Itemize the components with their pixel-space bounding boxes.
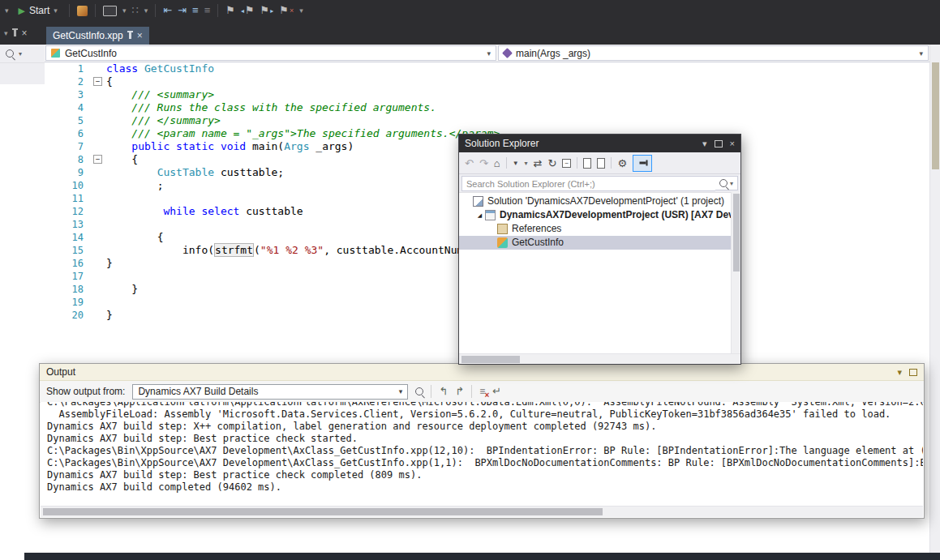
output-source-dropdown[interactable]: Dynamics AX7 Build Details ▾ [132,384,408,400]
output-log-area[interactable]: C:\Packages\ApplicationPlatform\Applicat… [41,402,923,507]
fold-margin [91,205,106,218]
maximize-icon[interactable] [715,140,723,147]
toolbar-separator [611,157,612,169]
sync-with-active-document-icon[interactable]: ⇄ [534,158,543,169]
panel-close-icon[interactable]: × [22,28,28,39]
editor-vertical-scrollbar[interactable] [929,45,940,553]
tree-item-solution[interactable]: Solution 'DynamicsAX7DevelopmentProject'… [459,195,731,208]
output-line: C:\Packages\Bin\XppSource\AX7 Developmen… [47,445,923,457]
comment-icon[interactable]: ≡ [192,5,199,16]
filter-caret-icon[interactable]: ▾ [525,160,528,167]
method-icon [502,48,513,58]
chevron-down-icon[interactable]: ▾ [919,49,923,58]
fold-margin [91,166,106,179]
properties-icon[interactable]: ⚙ [617,158,627,169]
code-text: { [106,75,113,88]
output-lines: C:\Packages\ApplicationPlatform\Applicat… [41,402,923,494]
expander-icon[interactable]: ◢ [474,208,485,222]
navigate-forward-icon[interactable]: ↷ [479,158,488,169]
scrollbar-thumb[interactable] [461,356,520,363]
tab-close-icon[interactable]: × [137,30,143,41]
fold-collapse-icon[interactable]: − [93,155,102,164]
project-icon [485,210,496,220]
tree-item-class[interactable]: GetCustInfo [459,236,731,250]
previous-message-icon[interactable]: ↰ [439,386,448,397]
code-line[interactable]: 1class GetCustInfo [45,62,929,75]
scrollbar-thumb[interactable] [43,508,603,515]
home-icon[interactable]: ⌂ [494,158,500,169]
output-window: Output ▾ Show output from: Dynamics AX7 … [39,363,925,519]
tab-pin-icon[interactable] [129,32,131,39]
panel-menu-caret-icon[interactable]: ▾ [4,29,8,37]
outdent-icon[interactable]: ⇤ [163,5,172,16]
tree-item-project[interactable]: ◢DynamicsAX7DevelopmentProject (USR) [AX… [459,208,731,222]
search-button[interactable]: ▾ [715,176,738,190]
pin-button[interactable] [633,155,652,172]
show-all-files-icon[interactable] [583,158,591,169]
bookmark-icon: ⚑ [245,5,255,16]
debug-target-caret-icon[interactable]: ▾ [122,6,127,15]
find-message-icon[interactable] [415,387,423,395]
solution-explorer-search: ▾ [459,174,740,193]
indent-icon[interactable]: ⇥ [178,5,187,16]
chevron-down-icon[interactable]: ▾ [399,387,403,395]
fold-collapse-icon[interactable]: − [93,77,102,86]
preview-selected-items-icon[interactable] [597,158,605,169]
line-number: 4 [45,101,91,114]
debug-target-icon[interactable] [103,6,117,16]
solution-explorer-vertical-scrollbar[interactable] [731,192,740,353]
solution-explorer-horizontal-scrollbar[interactable] [459,353,740,364]
code-line[interactable]: 4 /// Runs the class with the specified … [45,101,929,114]
left-panel-search[interactable]: ▾ [0,45,45,63]
toolbar-options-caret-icon[interactable]: ▾ [299,6,303,15]
tab-getcustinfo-xpp[interactable]: GetCustInfo.xpp × [46,27,149,45]
chevron-down-icon[interactable]: ▾ [19,50,22,58]
collapse-all-icon[interactable]: − [562,159,571,168]
toolbar-separator [431,385,431,398]
processes-icon[interactable]: ∷ [131,5,138,16]
fold-margin [91,283,106,296]
class-icon [51,49,60,58]
type-dropdown[interactable]: GetCustInfo ▾ [45,45,496,61]
fold-margin [91,244,106,257]
previous-bookmark-button[interactable]: ◂ ⚑ [241,5,255,16]
start-dropdown-caret-icon[interactable]: ▾ [54,6,58,15]
toggle-bookmark-icon[interactable]: ⚑ [225,5,235,16]
output-horizontal-scrollbar[interactable] [41,506,923,517]
code-line[interactable]: 3 /// <summary> [45,88,929,101]
refresh-icon[interactable]: ↻ [548,158,557,169]
window-position-caret-icon[interactable]: ▾ [702,139,707,149]
code-line[interactable]: 2−{ [45,75,929,88]
next-message-icon[interactable]: ↱ [455,386,464,397]
attach-to-process-icon[interactable] [77,6,88,16]
node-label: DynamicsAX7DevelopmentProject (USR) [AX7… [500,208,731,222]
clear-bookmarks-button[interactable]: ⚑ × [279,5,294,16]
close-icon[interactable]: × [730,139,735,148]
start-debug-button[interactable]: ▶ Start ▾ [15,3,62,18]
scrollbar-thumb[interactable] [733,194,740,271]
filter-icon[interactable]: ▼ [513,158,519,169]
output-titlebar[interactable]: Output ▾ [40,364,924,381]
tree-item-references[interactable]: References [459,222,731,236]
window-position-caret-icon[interactable]: ▾ [897,367,902,378]
chevron-down-icon[interactable]: ▾ [487,49,491,58]
chevron-down-icon: ▾ [730,180,733,187]
fold-margin [91,127,106,140]
uncomment-icon[interactable]: ≡ [204,5,211,16]
search-input[interactable] [461,176,715,191]
line-number: 5 [45,114,91,127]
scrollbar-thumb[interactable] [932,62,939,169]
maximize-icon[interactable] [909,369,917,376]
toolbar-grip-caret-icon[interactable]: ▾ [5,6,9,15]
solution-explorer-titlebar[interactable]: Solution Explorer ▾ × [459,135,740,152]
member-dropdown[interactable]: main(Args _args) ▾ [498,45,929,61]
line-number: 9 [45,166,91,179]
clear-all-icon[interactable]: ≡ × [479,386,485,397]
next-bookmark-button[interactable]: ⚑ ▸ [260,5,274,16]
panel-pin-icon[interactable] [14,30,16,36]
word-wrap-icon[interactable]: ↵ [492,386,501,397]
processes-caret-icon[interactable]: ▾ [144,6,148,15]
code-line[interactable]: 5 /// </summary> [45,114,929,127]
navigate-back-icon[interactable]: ↶ [465,158,474,169]
fold-margin [91,309,106,322]
